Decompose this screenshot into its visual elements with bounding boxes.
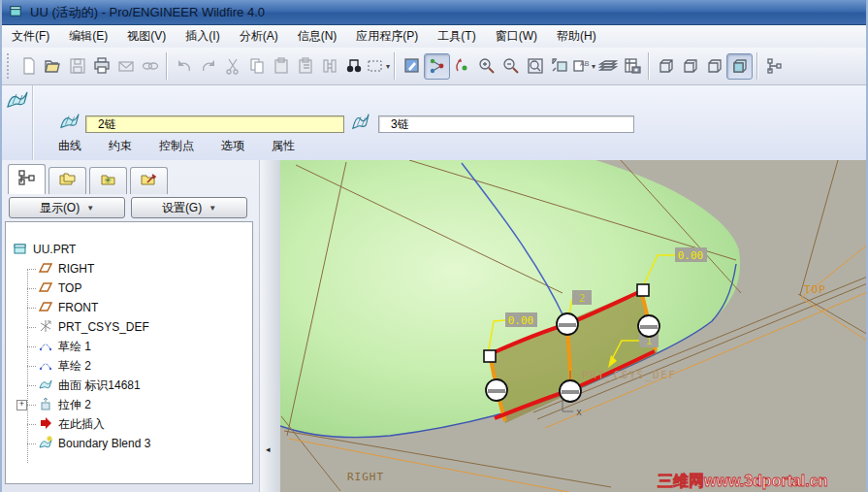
model-tree-tab[interactable] — [8, 164, 46, 194]
menu-item-信息(N)[interactable]: 信息(N) — [288, 25, 347, 48]
menu-bar: 文件(F)编辑(E)视图(V)插入(I)分析(A)信息(N)应用程序(P)工具(… — [2, 25, 866, 49]
round-drag-handle[interactable] — [638, 315, 659, 337]
top-plane-label[interactable]: TOP — [804, 283, 826, 296]
tree-item-曲面 标识14681[interactable]: 曲面 标识14681 — [6, 376, 252, 395]
dashboard-tab-约束[interactable]: 约束 — [95, 136, 145, 156]
feature-dashboard: 2链 3链 曲线约束控制点选项属性 — [2, 85, 866, 161]
save-icon[interactable] — [65, 54, 89, 79]
menu-item-窗口(W)[interactable]: 窗口(W) — [486, 25, 547, 48]
round-drag-handle[interactable] — [486, 379, 507, 401]
hidden-line-icon[interactable] — [678, 54, 702, 79]
chevron-down-icon: ▼ — [86, 204, 94, 213]
repaint-icon[interactable] — [400, 54, 424, 79]
menu-item-工具(T)[interactable]: 工具(T) — [428, 25, 485, 48]
tree-item-Boundary Blend 3[interactable]: Boundary Blend 3 — [6, 434, 252, 453]
hyperlink-icon[interactable] — [138, 54, 162, 79]
right-plane-label[interactable]: RIGHT — [347, 471, 384, 483]
boundary-blend-icon — [6, 89, 29, 115]
tree-item-label: FRONT — [58, 301, 98, 314]
tree-item-FRONT[interactable]: FRONT — [6, 298, 252, 317]
favorites-tab-icon: ✳ — [99, 171, 118, 192]
spin-center-icon[interactable] — [424, 53, 450, 80]
show-dropdown-button[interactable]: 显示(O)▼ — [9, 197, 125, 218]
second-direction-collector[interactable]: 3链 — [378, 115, 634, 133]
toolbar-grip[interactable] — [7, 53, 14, 79]
chain-number-2: 2 — [579, 292, 586, 305]
menu-item-插入(I)[interactable]: 插入(I) — [176, 25, 229, 48]
connections-tab[interactable] — [130, 167, 168, 194]
sketch-icon — [38, 338, 53, 356]
cut-icon[interactable] — [220, 54, 244, 79]
tree-item-UU.PRT[interactable]: UU.PRT — [6, 240, 252, 259]
panel-splitter[interactable]: ◂ — [259, 160, 281, 492]
csys-icon — [38, 318, 53, 337]
round-drag-handle[interactable] — [557, 313, 578, 335]
tree-item-label: TOP — [58, 281, 81, 295]
open-file-icon[interactable] — [41, 54, 65, 79]
dashboard-tabs: 曲线约束控制点选项属性 — [45, 136, 308, 156]
orient-mode-icon[interactable] — [450, 54, 474, 79]
tree-item-在此插入[interactable]: 在此插入 — [6, 414, 252, 434]
dashboard-divider — [32, 85, 34, 160]
settings-dropdown-button[interactable]: 设置(G)▼ — [131, 197, 247, 218]
mail-icon[interactable] — [113, 54, 138, 79]
no-hidden-icon[interactable] — [702, 54, 726, 79]
paste-special-icon[interactable] — [293, 54, 317, 79]
first-direction-collector[interactable]: 2链 — [85, 115, 344, 133]
insert-icon — [38, 415, 53, 434]
dimension-value-top[interactable]: 0.00 — [678, 249, 704, 262]
graphics-area[interactable]: x PRT_CSYS_DEF 0.00 0.00 2 1 — [280, 160, 868, 492]
menu-item-帮助(H)[interactable]: 帮助(H) — [547, 25, 606, 48]
expand-icon[interactable]: + — [16, 400, 27, 410]
csys-label[interactable]: PRT_CSYS_DEF — [582, 369, 676, 381]
extrude-icon — [38, 396, 53, 414]
round-drag-handle[interactable] — [560, 380, 581, 402]
tree-item-RIGHT[interactable]: RIGHT — [6, 259, 252, 279]
layers-icon[interactable] — [595, 54, 620, 79]
dashboard-tab-曲线[interactable]: 曲线 — [45, 136, 95, 156]
print-icon[interactable] — [89, 54, 113, 79]
tree-item-TOP[interactable]: TOP — [6, 279, 252, 298]
redo-icon[interactable] — [196, 54, 220, 79]
reorient-icon[interactable] — [547, 54, 571, 79]
zoom-out-icon[interactable] — [498, 54, 523, 79]
dashboard-tab-属性[interactable]: 属性 — [258, 136, 308, 156]
update-icon[interactable] — [317, 54, 341, 79]
view-manager-icon[interactable] — [620, 54, 644, 79]
menu-item-分析(A)[interactable]: 分析(A) — [230, 25, 288, 48]
favorites-tab[interactable]: ✳ — [89, 167, 127, 194]
zoom-in-icon[interactable] — [474, 54, 498, 79]
wireframe-icon[interactable] — [654, 54, 678, 79]
tree-item-PRT_CSYS_DEF[interactable]: PRT_CSYS_DEF — [6, 317, 252, 337]
square-endpoint-handle[interactable] — [637, 284, 649, 296]
shaded-icon[interactable] — [726, 53, 753, 80]
collapse-panel-arrow-icon[interactable]: ◂ — [266, 444, 271, 454]
dashboard-tab-选项[interactable]: 选项 — [208, 136, 258, 156]
annotation-display-icon[interactable]: AB▾ — [571, 54, 595, 79]
second-direction-chains-icon — [349, 112, 372, 135]
toolbar-separator — [648, 52, 650, 80]
menu-item-应用程序(P)[interactable]: 应用程序(P) — [346, 25, 428, 48]
model-tree-toggle-icon[interactable] — [762, 54, 787, 79]
find-icon[interactable] — [341, 54, 366, 79]
refit-icon[interactable] — [523, 54, 547, 79]
tree-item-草绘 2[interactable]: 草绘 2 — [6, 356, 252, 376]
new-file-icon[interactable] — [16, 54, 41, 79]
tree-item-草绘 1[interactable]: 草绘 1 — [6, 337, 252, 356]
plane-icon — [38, 279, 53, 298]
copy-icon[interactable] — [244, 54, 269, 79]
tree-item-拉伸 2[interactable]: +拉伸 2 — [6, 395, 252, 414]
model-tree: UU.PRTRIGHTTOPFRONTPRT_CSYS_DEF草绘 1草绘 2曲… — [5, 221, 253, 484]
dimension-value-left[interactable]: 0.00 — [508, 314, 534, 327]
menu-item-编辑(E)[interactable]: 编辑(E) — [59, 25, 117, 48]
select-box-icon[interactable]: ▾ — [366, 54, 390, 79]
square-endpoint-handle[interactable] — [484, 350, 496, 362]
folder-browser-tab[interactable] — [48, 167, 86, 194]
menu-item-文件(F)[interactable]: 文件(F) — [2, 25, 59, 48]
connections-tab-icon — [140, 171, 159, 192]
dashboard-tab-控制点[interactable]: 控制点 — [145, 136, 208, 156]
undo-icon[interactable] — [172, 54, 196, 79]
paste-icon[interactable] — [269, 54, 293, 79]
sketch-icon — [38, 357, 53, 376]
menu-item-视图(V)[interactable]: 视图(V) — [117, 25, 176, 48]
